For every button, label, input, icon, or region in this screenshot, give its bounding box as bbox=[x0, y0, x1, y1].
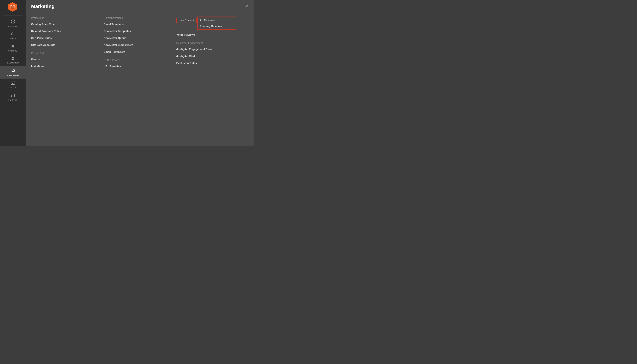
sidebar-label-catalog: CATALOG bbox=[8, 50, 18, 52]
svg-point-9 bbox=[12, 57, 14, 58]
main-panel: Marketing ✕ Promotions Catalog Price Rul… bbox=[26, 0, 254, 146]
promotions-header: Promotions bbox=[31, 16, 100, 19]
sidebar-item-reports[interactable]: REPORTS bbox=[0, 91, 26, 103]
sidebar-divider bbox=[3, 15, 23, 16]
email-templates-link[interactable]: Email Templates bbox=[104, 22, 172, 26]
svg-rect-15 bbox=[12, 94, 13, 97]
customer-engagement-header: Customer Engagement bbox=[176, 42, 245, 44]
svg-rect-5 bbox=[12, 44, 12, 46]
invitations-link[interactable]: Invitations bbox=[31, 65, 100, 68]
gift-card-accounts-link[interactable]: Gift Card Accounts bbox=[31, 43, 100, 46]
user-content-header: User Content bbox=[179, 19, 194, 22]
newsletter-queue-link[interactable]: Newsletter Queue bbox=[104, 36, 172, 40]
sidebar-label-reports: REPORTS bbox=[8, 99, 18, 101]
communications-header: Communications bbox=[104, 16, 172, 19]
svg-text:$: $ bbox=[11, 32, 13, 36]
sidebar-item-marketing[interactable]: MARKETING bbox=[0, 66, 26, 78]
user-content-column: User Content All Reviews Pending Reviews… bbox=[176, 16, 249, 142]
sidebar-label-sales: SALES bbox=[10, 38, 16, 40]
sales-icon: $ bbox=[11, 32, 15, 37]
private-sales-header: Private Sales bbox=[31, 52, 100, 54]
yotpo-reviews-block: Yotpo Reviews bbox=[176, 33, 245, 36]
newsletter-templates-link[interactable]: Newsletter Templates bbox=[104, 30, 172, 32]
sidebar-item-content[interactable]: CONTENT bbox=[0, 78, 26, 91]
svg-rect-8 bbox=[13, 46, 14, 48]
newsletter-subscribers-link[interactable]: Newsletter Subscribers bbox=[104, 43, 172, 46]
exclusion-rules-link[interactable]: Exclusion Rules bbox=[176, 62, 245, 64]
dashboard-icon bbox=[11, 19, 15, 25]
dotdigital-engagement-cloud-link[interactable]: dotdigital Engagement Cloud bbox=[176, 48, 245, 51]
sidebar-item-dashboard[interactable]: DASHBOARD bbox=[0, 17, 26, 30]
sidebar-label-customers: CUSTOMERS bbox=[6, 62, 19, 64]
marketing-icon bbox=[11, 68, 15, 74]
svg-rect-6 bbox=[13, 44, 14, 46]
main-header: Marketing ✕ bbox=[26, 0, 254, 11]
menu-content: Promotions Catalog Price Rule Related Pr… bbox=[26, 11, 254, 146]
yotpo-reviews-link[interactable]: Yotpo Reviews bbox=[176, 33, 245, 36]
pending-reviews-link[interactable]: Pending Reviews bbox=[200, 24, 234, 28]
related-products-rules-link[interactable]: Related Products Rules bbox=[31, 30, 100, 32]
sidebar-label-marketing: MARKETING bbox=[7, 74, 19, 76]
url-rewrites-link[interactable]: URL Rewrites bbox=[104, 65, 172, 68]
sidebar-item-sales[interactable]: $ SALES bbox=[0, 30, 26, 42]
sidebar-label-dashboard: DASHBOARD bbox=[6, 26, 19, 27]
promotions-column: Promotions Catalog Price Rule Related Pr… bbox=[31, 16, 104, 142]
svg-rect-7 bbox=[12, 46, 12, 48]
sidebar-label-content: CONTENT bbox=[8, 87, 18, 89]
content-icon bbox=[11, 81, 15, 86]
catalog-icon bbox=[11, 44, 15, 49]
all-reviews-link[interactable]: All Reviews bbox=[200, 19, 234, 22]
communications-column: Communications Email Templates Newslette… bbox=[104, 16, 176, 142]
email-reminders-link[interactable]: Email Reminders bbox=[104, 50, 172, 53]
svg-rect-16 bbox=[14, 94, 14, 97]
svg-rect-14 bbox=[12, 96, 12, 97]
page-title: Marketing bbox=[31, 4, 54, 9]
cart-price-rules-link[interactable]: Cart Price Rules bbox=[31, 36, 100, 40]
close-button[interactable]: ✕ bbox=[245, 4, 249, 9]
reports-icon bbox=[11, 93, 15, 98]
magento-logo bbox=[8, 2, 18, 12]
dotdigital-chat-link[interactable]: dotdigital Chat bbox=[176, 54, 245, 58]
seo-header: SEO & Search bbox=[104, 59, 172, 62]
sidebar: DASHBOARD $ SALES CATALOG CUSTOMERS MARK… bbox=[0, 0, 26, 146]
events-link[interactable]: Events bbox=[31, 58, 100, 61]
sidebar-item-catalog[interactable]: CATALOG bbox=[0, 42, 26, 54]
sidebar-item-customers[interactable]: CUSTOMERS bbox=[0, 54, 26, 66]
customers-icon bbox=[11, 56, 15, 62]
catalog-price-rule-link[interactable]: Catalog Price Rule bbox=[31, 22, 100, 26]
